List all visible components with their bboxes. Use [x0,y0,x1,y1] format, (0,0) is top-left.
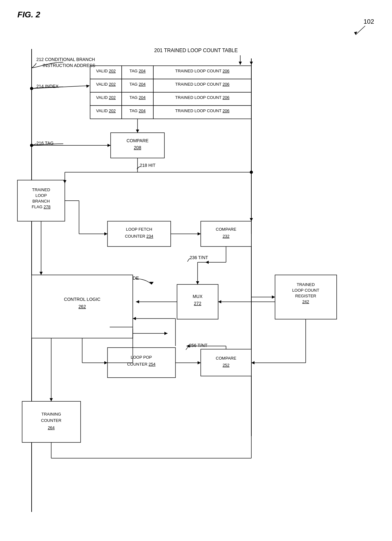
svg-text:TAG 204: TAG 204 [129,82,145,87]
svg-text:TAG 204: TAG 204 [129,69,145,73]
svg-text:264: 264 [48,425,55,430]
svg-text:TRAINED: TRAINED [297,282,315,287]
svg-marker-86 [196,281,199,284]
svg-marker-118 [198,361,201,364]
svg-text:TRAINED LOOP COUNT 206: TRAINED LOOP COUNT 206 [175,69,229,73]
svg-marker-124 [251,361,254,364]
svg-text:BRANCH: BRANCH [33,199,50,204]
svg-text:COMPARE: COMPARE [216,227,236,232]
svg-text:218 HIT: 218 HIT [140,163,156,168]
svg-text:272: 272 [194,301,201,306]
ref-number: 102 [364,18,374,25]
svg-text:VALID 202: VALID 202 [96,95,116,100]
svg-marker-136 [50,398,53,401]
svg-text:COMPARE: COMPARE [216,356,236,361]
svg-text:TRAINED LOOP COUNT 206: TRAINED LOOP COUNT 206 [175,82,229,87]
svg-marker-130 [133,317,136,320]
svg-text:VALID 202: VALID 202 [96,69,116,73]
svg-text:236 T/NT: 236 T/NT [190,255,208,260]
svg-marker-38 [107,144,111,147]
svg-marker-49 [250,62,253,65]
svg-marker-69 [198,232,201,235]
svg-marker-3 [239,62,242,65]
svg-text:212 CONDITIONAL  BRANCH: 212 CONDITIONAL BRANCH [36,57,95,62]
svg-text:208: 208 [134,145,141,150]
svg-text:TRAINED LOOP COUNT 206: TRAINED LOOP COUNT 206 [175,95,229,100]
svg-marker-96 [218,300,221,303]
svg-text:COUNTER: COUNTER [41,418,61,423]
svg-text:256 T/NT: 256 T/NT [189,343,208,348]
svg-text:LOOP COUNT: LOOP COUNT [292,288,319,293]
svg-line-0 [356,26,365,35]
fig-label: FIG. 2 [17,10,40,19]
svg-text:REGISTER: REGISTER [295,294,316,298]
table-title: 201 TRAINED LOOP COUNT TABLE [154,48,238,53]
svg-text:FLAG 278: FLAG 278 [32,204,50,209]
svg-marker-107 [164,332,168,335]
svg-text:242: 242 [302,299,309,304]
svg-text:TRAINED LOOP COUNT 206: TRAINED LOOP COUNT 206 [175,108,229,113]
svg-text:232: 232 [223,234,230,239]
svg-text:MUX: MUX [193,294,203,299]
svg-marker-40 [136,130,139,133]
svg-text:TRAINING: TRAINING [41,412,61,416]
svg-text:262: 262 [78,304,86,309]
svg-marker-116 [104,361,107,364]
svg-marker-64 [40,272,43,275]
svg-marker-101 [136,300,139,303]
svg-text:COMPARE: COMPARE [126,138,149,143]
svg-text:VALID 202: VALID 202 [96,82,116,87]
svg-text:VALID 202: VALID 202 [96,108,116,113]
svg-text:252: 252 [223,363,230,368]
svg-text:TAG 204: TAG 204 [129,108,145,113]
svg-marker-1 [354,32,357,35]
svg-marker-94 [272,295,275,299]
svg-text:LOOP POP: LOOP POP [131,355,152,360]
svg-text:TAG 204: TAG 204 [129,95,145,100]
svg-text:LOOP FETCH: LOOP FETCH [126,227,152,232]
svg-marker-34 [86,85,89,88]
svg-text:TRAINED: TRAINED [32,187,50,192]
svg-marker-80 [205,261,209,264]
svg-text:COUNTER 234: COUNTER 234 [125,234,153,239]
svg-text:CONTROL LOGIC: CONTROL LOGIC [64,297,100,302]
svg-text:LOOP: LOOP [35,193,47,198]
